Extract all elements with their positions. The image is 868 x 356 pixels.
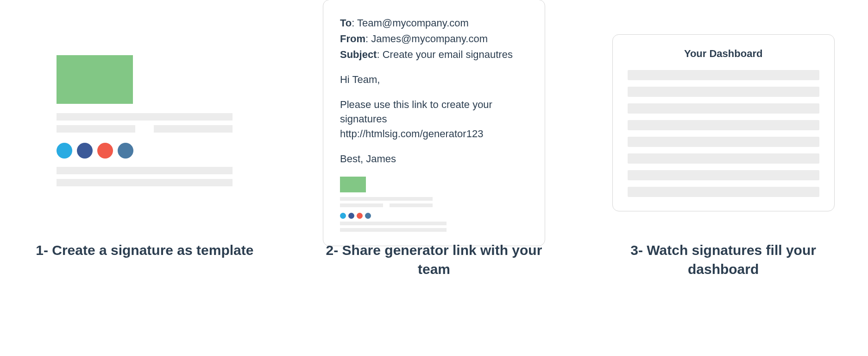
step-2-visual: To: Team@mycompany.com From: James@mycom…	[314, 19, 554, 227]
step-3-caption: 3- Watch signatures fill your dashboard	[603, 241, 844, 279]
mini-signature	[340, 177, 528, 232]
text-placeholder-row	[57, 125, 233, 137]
linkedin-icon	[365, 213, 371, 219]
step-1-visual	[24, 19, 265, 227]
dashboard-row	[628, 170, 819, 180]
email-body: Hi Team, Please use this link to create …	[340, 72, 528, 166]
email-from-line: From: James@mycompany.com	[340, 32, 528, 46]
linkedin-icon	[118, 143, 133, 159]
twitter-icon	[57, 143, 72, 159]
dashboard-card: Your Dashboard	[612, 34, 835, 211]
google-icon	[357, 213, 363, 219]
email-body-text: Please use this link to create your sign…	[340, 97, 528, 142]
email-from-label: From	[340, 33, 365, 44]
text-placeholder	[340, 222, 447, 225]
signature-template	[57, 55, 233, 191]
logo-placeholder	[57, 55, 133, 104]
dashboard-row	[628, 103, 819, 114]
dashboard-row	[628, 137, 819, 147]
email-subject-line: Subject: Create your email signautres	[340, 47, 528, 62]
email-subject-label: Subject	[340, 49, 377, 60]
step-2-caption: 2- Share generator link with your team	[314, 241, 554, 279]
dashboard-title: Your Dashboard	[628, 48, 819, 60]
dashboard-row	[628, 153, 819, 164]
facebook-icon	[348, 213, 354, 219]
step-3-visual: Your Dashboard	[603, 19, 844, 227]
text-placeholder-row	[340, 203, 433, 210]
google-icon	[97, 143, 113, 159]
text-placeholder	[340, 203, 383, 207]
dashboard-row	[628, 87, 819, 97]
dashboard-row	[628, 187, 819, 197]
email-to-label: To	[340, 17, 352, 29]
step-1: 1- Create a signature as template	[24, 19, 265, 260]
text-placeholder	[390, 203, 433, 207]
email-greeting: Hi Team,	[340, 72, 528, 87]
text-placeholder	[57, 179, 233, 186]
text-placeholder	[340, 197, 433, 201]
dashboard-row	[628, 120, 819, 130]
dashboard-row	[628, 70, 819, 80]
mini-logo-placeholder	[340, 177, 366, 192]
text-placeholder	[57, 167, 233, 174]
social-icons	[57, 143, 233, 159]
email-signoff: Best, James	[340, 152, 528, 166]
text-placeholder	[57, 113, 233, 121]
email-to-value: : Team@mycompany.com	[352, 17, 469, 29]
text-placeholder	[340, 228, 447, 232]
mini-social-icons	[340, 213, 528, 219]
step-3: Your Dashboard 3- Watch signatures fill …	[603, 19, 844, 279]
email-from-value: : James@mycompany.com	[365, 33, 488, 44]
steps-container: 1- Create a signature as template To: Te…	[14, 19, 854, 337]
facebook-icon	[77, 143, 93, 159]
email-card: To: Team@mycompany.com From: James@mycom…	[323, 0, 545, 246]
step-1-caption: 1- Create a signature as template	[36, 241, 253, 260]
email-to-line: To: Team@mycompany.com	[340, 16, 528, 31]
text-placeholder	[154, 125, 233, 133]
twitter-icon	[340, 213, 346, 219]
text-placeholder	[57, 125, 135, 133]
email-subject-value: : Create your email signautres	[377, 49, 512, 60]
step-2: To: Team@mycompany.com From: James@mycom…	[314, 19, 554, 279]
